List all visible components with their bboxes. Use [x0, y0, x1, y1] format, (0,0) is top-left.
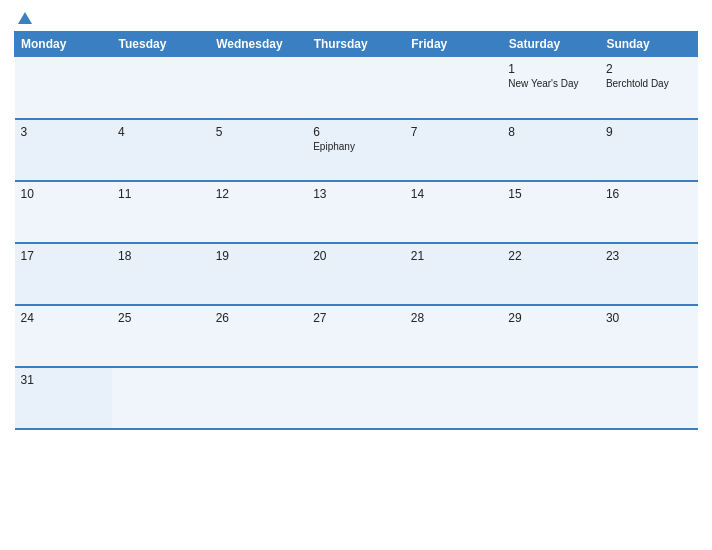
calendar-cell: [307, 57, 405, 119]
calendar-cell: 31: [15, 367, 113, 429]
week-row-2: 3456Epiphany789: [15, 119, 698, 181]
day-number: 30: [606, 311, 694, 325]
day-number: 23: [606, 249, 694, 263]
calendar-cell: 25: [112, 305, 210, 367]
weekday-header-tuesday: Tuesday: [112, 32, 210, 57]
day-number: 14: [411, 187, 499, 201]
day-number: 31: [21, 373, 109, 387]
day-number: 12: [216, 187, 304, 201]
weekday-header-row: MondayTuesdayWednesdayThursdayFridaySatu…: [15, 32, 698, 57]
weekday-header-monday: Monday: [15, 32, 113, 57]
calendar-cell: 26: [210, 305, 308, 367]
day-number: 5: [216, 125, 304, 139]
calendar-cell: 2Berchtold Day: [600, 57, 698, 119]
week-row-5: 24252627282930: [15, 305, 698, 367]
calendar-cell: 5: [210, 119, 308, 181]
calendar-cell: 8: [502, 119, 600, 181]
calendar-cell: 18: [112, 243, 210, 305]
day-number: 16: [606, 187, 694, 201]
calendar-cell: [112, 57, 210, 119]
day-number: 10: [21, 187, 109, 201]
day-number: 17: [21, 249, 109, 263]
day-number: 15: [508, 187, 596, 201]
weekday-header-friday: Friday: [405, 32, 503, 57]
calendar-cell: 24: [15, 305, 113, 367]
calendar-cell: 9: [600, 119, 698, 181]
day-number: 4: [118, 125, 206, 139]
calendar-cell: 21: [405, 243, 503, 305]
calendar-cell: 22: [502, 243, 600, 305]
calendar-cell: [502, 367, 600, 429]
calendar-grid: MondayTuesdayWednesdayThursdayFridaySatu…: [14, 31, 698, 430]
calendar-cell: 29: [502, 305, 600, 367]
calendar-cell: 20: [307, 243, 405, 305]
day-number: 28: [411, 311, 499, 325]
week-row-1: 1New Year's Day2Berchtold Day: [15, 57, 698, 119]
calendar-cell: 19: [210, 243, 308, 305]
weekday-header-thursday: Thursday: [307, 32, 405, 57]
logo-triangle-icon: [18, 12, 32, 24]
calendar-cell: 6Epiphany: [307, 119, 405, 181]
day-number: 13: [313, 187, 401, 201]
day-number: 27: [313, 311, 401, 325]
day-number: 19: [216, 249, 304, 263]
weekday-header-saturday: Saturday: [502, 32, 600, 57]
calendar-cell: 11: [112, 181, 210, 243]
calendar-cell: [112, 367, 210, 429]
day-number: 8: [508, 125, 596, 139]
calendar-cell: 15: [502, 181, 600, 243]
calendar-cell: 4: [112, 119, 210, 181]
week-row-4: 17181920212223: [15, 243, 698, 305]
day-event: New Year's Day: [508, 78, 596, 89]
calendar-cell: 27: [307, 305, 405, 367]
day-number: 21: [411, 249, 499, 263]
week-row-3: 10111213141516: [15, 181, 698, 243]
calendar-cell: 14: [405, 181, 503, 243]
day-number: 20: [313, 249, 401, 263]
calendar-cell: [405, 57, 503, 119]
calendar-cell: 1New Year's Day: [502, 57, 600, 119]
day-number: 25: [118, 311, 206, 325]
country-label: [608, 12, 698, 18]
calendar-cell: [210, 367, 308, 429]
day-number: 6: [313, 125, 401, 139]
calendar-cell: 16: [600, 181, 698, 243]
day-number: 2: [606, 62, 694, 76]
calendar-cell: 3: [15, 119, 113, 181]
calendar-cell: 17: [15, 243, 113, 305]
day-number: 11: [118, 187, 206, 201]
week-row-6: 31: [15, 367, 698, 429]
day-event: Epiphany: [313, 141, 401, 152]
calendar-cell: 12: [210, 181, 308, 243]
logo: [14, 12, 32, 25]
calendar-cell: 28: [405, 305, 503, 367]
day-number: 3: [21, 125, 109, 139]
day-number: 9: [606, 125, 694, 139]
calendar-cell: [15, 57, 113, 119]
calendar-cell: 30: [600, 305, 698, 367]
calendar-cell: 13: [307, 181, 405, 243]
weekday-header-sunday: Sunday: [600, 32, 698, 57]
calendar-cell: 7: [405, 119, 503, 181]
calendar-cell: [600, 367, 698, 429]
day-number: 29: [508, 311, 596, 325]
calendar-cell: [307, 367, 405, 429]
calendar-cell: [405, 367, 503, 429]
day-number: 24: [21, 311, 109, 325]
calendar-cell: 10: [15, 181, 113, 243]
day-event: Berchtold Day: [606, 78, 694, 89]
calendar-cell: 23: [600, 243, 698, 305]
day-number: 7: [411, 125, 499, 139]
calendar-header: [14, 12, 698, 25]
calendar-cell: [210, 57, 308, 119]
day-number: 26: [216, 311, 304, 325]
day-number: 18: [118, 249, 206, 263]
weekday-header-wednesday: Wednesday: [210, 32, 308, 57]
day-number: 22: [508, 249, 596, 263]
calendar-container: MondayTuesdayWednesdayThursdayFridaySatu…: [0, 0, 712, 550]
day-number: 1: [508, 62, 596, 76]
